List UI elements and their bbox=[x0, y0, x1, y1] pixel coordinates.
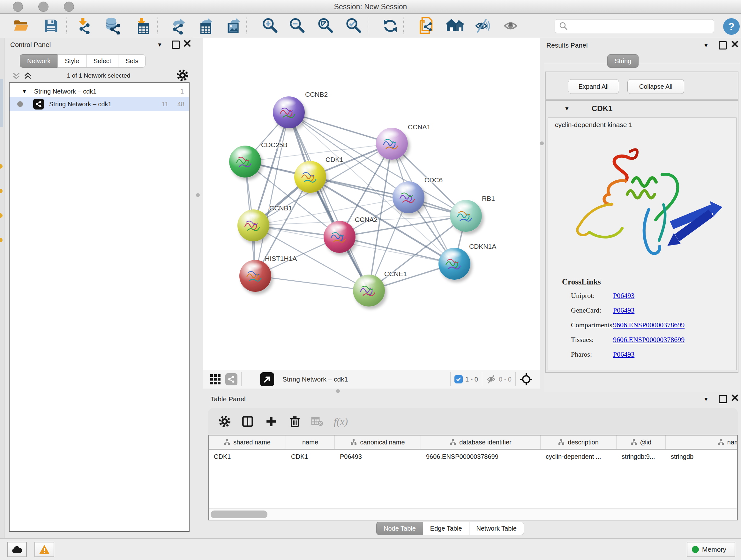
right-splitter-handle[interactable] bbox=[540, 141, 544, 145]
cell-canonical-name[interactable]: P06493 bbox=[335, 453, 421, 460]
crosslink-compartments-link[interactable]: 9606.ENSP00000378699 bbox=[613, 321, 684, 329]
crosslink-tissues-link[interactable]: 9606.ENSP00000378699 bbox=[613, 335, 684, 344]
tab-string[interactable]: String bbox=[607, 54, 638, 68]
export-network-button[interactable] bbox=[169, 17, 187, 35]
crosslink-pharos-link[interactable]: P06493 bbox=[613, 350, 634, 359]
network-tree-child-row[interactable]: String Network – cdk1 11 48 bbox=[10, 97, 189, 111]
cell-id[interactable]: stringdb:9... bbox=[616, 453, 666, 460]
zoom-in-button[interactable] bbox=[261, 17, 279, 35]
scrollbar-thumb[interactable] bbox=[211, 510, 267, 518]
column-header-name[interactable]: name bbox=[286, 435, 335, 449]
tab-select[interactable]: Select bbox=[86, 54, 119, 68]
node-selection-mode-icon[interactable] bbox=[520, 373, 533, 386]
tab-node-table[interactable]: Node Table bbox=[376, 522, 423, 535]
network-options-gear-icon[interactable] bbox=[177, 70, 188, 81]
column-header-namespace[interactable]: namespace bbox=[666, 435, 738, 449]
network-edge[interactable] bbox=[289, 112, 369, 291]
cell-namespace[interactable]: stringdb bbox=[666, 453, 738, 460]
warnings-button[interactable] bbox=[35, 542, 54, 557]
network-node-RB1[interactable] bbox=[450, 200, 482, 232]
open-in-new-window-icon[interactable] bbox=[260, 372, 274, 386]
column-header-id[interactable]: @id bbox=[616, 435, 666, 449]
table-panel-close-icon[interactable] bbox=[731, 394, 738, 401]
apply-layout-refresh-button[interactable] bbox=[381, 17, 399, 35]
control-panel-close-icon[interactable] bbox=[184, 40, 191, 47]
tab-style[interactable]: Style bbox=[57, 54, 86, 68]
control-panel-float-icon[interactable]: ▼ bbox=[157, 42, 162, 48]
network-node-CDKN1A[interactable] bbox=[439, 248, 470, 280]
network-node-CDC25B[interactable] bbox=[229, 145, 261, 178]
import-network-database-button[interactable] bbox=[104, 17, 121, 35]
export-table-button[interactable] bbox=[197, 17, 215, 35]
table-panel-float-icon[interactable]: ▼ bbox=[703, 396, 709, 402]
tab-network[interactable]: Network bbox=[20, 54, 58, 68]
delete-table-icon[interactable] bbox=[309, 413, 326, 430]
column-header-description[interactable]: description bbox=[541, 435, 616, 449]
results-panel-maximize-icon[interactable] bbox=[719, 41, 727, 50]
network-node-CCNE1[interactable] bbox=[353, 274, 385, 307]
toolbar-search[interactable] bbox=[555, 19, 714, 33]
cell-description[interactable]: cyclin-dependent ... bbox=[541, 453, 616, 460]
network-node-CCNA2[interactable] bbox=[324, 221, 355, 253]
search-input[interactable] bbox=[568, 22, 707, 30]
table-horizontal-scrollbar[interactable] bbox=[209, 508, 737, 520]
results-panel-close-icon[interactable] bbox=[731, 41, 738, 48]
tab-sets[interactable]: Sets bbox=[118, 54, 145, 68]
show-columns-icon[interactable] bbox=[239, 413, 256, 430]
expand-all-button[interactable]: Expand All bbox=[568, 79, 619, 94]
cell-database-identifier[interactable]: 9606.ENSP00000378699 bbox=[421, 453, 541, 460]
network-share-view-icon[interactable] bbox=[225, 373, 238, 385]
zoom-fit-button[interactable] bbox=[317, 17, 334, 35]
network-node-CDK1[interactable] bbox=[294, 161, 326, 193]
create-column-plus-icon[interactable] bbox=[263, 413, 280, 430]
hide-panel-eye-slash-button[interactable] bbox=[473, 17, 491, 35]
crosslink-uniprot-link[interactable]: P06493 bbox=[613, 292, 634, 300]
network-canvas[interactable]: CCNB2 CCNA1 CDC25B CDK1 CDC6 bbox=[203, 38, 540, 370]
column-header-shared-name[interactable]: shared name bbox=[209, 435, 286, 449]
show-eye-button[interactable] bbox=[502, 17, 520, 35]
cell-shared-name[interactable]: CDK1 bbox=[209, 453, 286, 460]
zoom-out-button[interactable] bbox=[288, 17, 306, 35]
import-network-file-button[interactable] bbox=[75, 17, 92, 35]
string-protein-query-button[interactable] bbox=[418, 17, 436, 35]
home-networks-button[interactable] bbox=[446, 17, 464, 35]
left-splitter-handle[interactable] bbox=[196, 193, 200, 197]
selected-checkbox-icon[interactable] bbox=[455, 375, 463, 383]
network-edge[interactable] bbox=[340, 237, 455, 264]
tab-edge-table[interactable]: Edge Table bbox=[423, 522, 469, 535]
table-panel-maximize-icon[interactable] bbox=[719, 395, 727, 403]
control-panel-maximize-icon[interactable] bbox=[172, 41, 180, 49]
network-tree-parent-row[interactable]: ▼ String Network – cdk1 1 bbox=[10, 85, 189, 97]
collapse-all-button[interactable]: Collapse All bbox=[627, 79, 684, 94]
column-header-canonical-name[interactable]: canonical name bbox=[335, 435, 421, 449]
network-edge[interactable] bbox=[255, 112, 289, 276]
birdseye-grid-icon[interactable] bbox=[210, 374, 221, 385]
table-settings-gear-icon[interactable] bbox=[216, 413, 233, 430]
horizontal-splitter-handle[interactable] bbox=[336, 389, 340, 393]
network-node-CCNA1[interactable] bbox=[376, 128, 408, 160]
hidden-eye-slash-icon[interactable] bbox=[486, 374, 496, 384]
table-row[interactable]: CDK1 CDK1 P06493 9606.ENSP00000378699 cy… bbox=[209, 449, 737, 463]
network-edge[interactable] bbox=[255, 276, 369, 291]
function-builder-icon[interactable]: f(x) bbox=[333, 413, 349, 430]
delete-column-trash-icon[interactable] bbox=[286, 413, 303, 430]
export-image-button[interactable] bbox=[225, 17, 243, 35]
column-header-database-identifier[interactable]: database identifier bbox=[421, 435, 541, 449]
cloud-status-button[interactable] bbox=[7, 542, 27, 557]
tree-collapse-caret[interactable]: ▼ bbox=[22, 89, 27, 94]
gene-collapse-caret[interactable]: ▼ bbox=[564, 106, 569, 111]
crosslink-genecard-link[interactable]: P06493 bbox=[613, 306, 634, 314]
network-node-CDC6[interactable] bbox=[393, 181, 424, 213]
import-table-button[interactable] bbox=[133, 17, 151, 35]
zoom-selected-button[interactable] bbox=[345, 17, 362, 35]
save-session-button[interactable] bbox=[42, 17, 60, 35]
tab-network-table[interactable]: Network Table bbox=[469, 522, 524, 535]
help-button[interactable]: ? bbox=[723, 18, 740, 35]
memory-button[interactable]: Memory bbox=[687, 542, 735, 557]
network-node-CCNB1[interactable] bbox=[238, 209, 269, 241]
open-session-button[interactable] bbox=[12, 17, 30, 35]
network-node-HIST1H1A[interactable] bbox=[239, 260, 271, 292]
results-panel-float-icon[interactable]: ▼ bbox=[703, 43, 709, 48]
cell-name[interactable]: CDK1 bbox=[286, 453, 335, 460]
network-node-CCNB2[interactable] bbox=[273, 97, 305, 128]
